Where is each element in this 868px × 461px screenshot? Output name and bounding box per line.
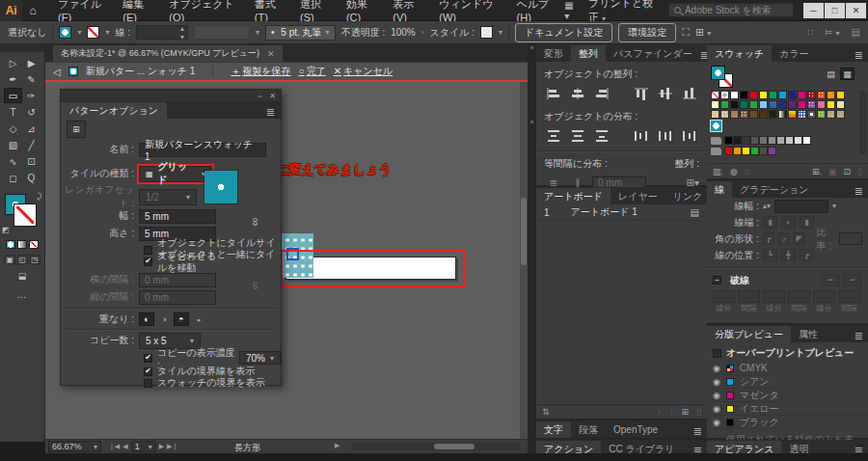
rotate-tool[interactable]: ↺	[22, 104, 41, 120]
free-transform-tool[interactable]: ⊡	[22, 153, 41, 169]
new-color-group-icon[interactable]: ⊞.	[812, 167, 822, 176]
swatch[interactable]	[794, 136, 802, 145]
swatch[interactable]	[724, 147, 733, 155]
swatch[interactable]	[720, 100, 729, 109]
artboard-number-select[interactable]: 1▾	[131, 441, 156, 452]
swatch-kinds-icon[interactable]: ◍	[730, 167, 738, 176]
dim-copies-checkbox[interactable]: ✔	[144, 354, 152, 363]
tab-線[interactable]: 線	[707, 181, 732, 198]
color-button[interactable]	[6, 240, 15, 249]
fill-color-swatch[interactable]	[59, 26, 71, 39]
pen-tool[interactable]: ✒	[4, 71, 22, 87]
bounding-box-icon[interactable]: ⛶	[682, 26, 690, 39]
paintbrush-tool[interactable]: ✑	[22, 88, 41, 103]
swatch[interactable]	[807, 91, 816, 99]
artboard-row[interactable]: 1 アートボード 1 ▤	[536, 204, 707, 221]
overlap-top-front-button[interactable]: ◓	[174, 312, 189, 326]
swatch[interactable]	[759, 147, 768, 155]
tab-グラデーション[interactable]: グラデーション	[732, 181, 816, 198]
swatch[interactable]	[778, 110, 787, 119]
swatch[interactable]	[711, 91, 719, 99]
separation-row[interactable]: ◉ブラック	[707, 416, 868, 429]
last-artboard-icon[interactable]: ▶❘	[167, 443, 177, 450]
tile-width-field[interactable]: 5 mm	[139, 209, 216, 224]
panel-menu-icon[interactable]: ≣	[854, 49, 863, 62]
swatch[interactable]	[836, 100, 845, 109]
grid-view-icon[interactable]: ▦	[840, 68, 854, 80]
none-button[interactable]	[29, 240, 39, 249]
draw-normal-icon[interactable]: ▣	[5, 255, 15, 264]
tab-変形[interactable]: 変形	[536, 45, 571, 62]
tab-リンク[interactable]: リンク	[665, 188, 711, 204]
link-dimensions-icon[interactable]: ∞	[249, 218, 262, 227]
variable-width-dropdown[interactable]	[194, 25, 250, 40]
close-tab-icon[interactable]: ✕	[267, 49, 275, 59]
distribute-h-center-icon[interactable]	[657, 128, 675, 144]
swatch[interactable]	[768, 136, 776, 145]
swatch[interactable]	[768, 147, 776, 155]
swatch[interactable]	[740, 100, 748, 109]
overlap-left-front-button[interactable]: ◐	[139, 312, 154, 326]
swatch[interactable]	[776, 136, 785, 145]
swatches-scrollbar[interactable]	[859, 91, 866, 154]
direct-selection-tool[interactable]: ▶	[22, 55, 41, 70]
swatch[interactable]	[740, 110, 748, 119]
document-setup-button[interactable]: ドキュメント設定	[515, 23, 612, 42]
horizontal-scrollbar[interactable]	[352, 443, 521, 450]
swatch[interactable]	[817, 110, 826, 119]
swatch[interactable]	[807, 110, 816, 119]
type-tool[interactable]: T	[4, 104, 22, 120]
style-swatch[interactable]	[480, 26, 493, 39]
swatch[interactable]	[740, 91, 748, 99]
swatch[interactable]	[759, 100, 768, 109]
pattern-tile-tool-button[interactable]: ⊞	[67, 121, 86, 138]
swatch[interactable]	[711, 100, 719, 109]
overlap-right-front-button[interactable]: ◑	[156, 312, 172, 326]
dashed-line-checkbox[interactable]: −	[713, 276, 721, 285]
swatch[interactable]: ✛	[720, 91, 729, 99]
distribute-v-center-icon[interactable]	[568, 128, 586, 144]
stroke-weight-field[interactable]: ▴▾	[136, 25, 188, 40]
visibility-eye-icon[interactable]: ◉	[713, 404, 720, 414]
draw-inside-icon[interactable]: ◳	[30, 255, 41, 264]
distribute-right-icon[interactable]	[681, 128, 699, 144]
swatch[interactable]	[827, 110, 835, 119]
panel-menu-icon[interactable]: ≣	[266, 106, 275, 119]
panel-toggle-icon[interactable]: ▤	[852, 27, 860, 38]
eyedropper-tool[interactable]: ╱	[22, 137, 41, 152]
swatch[interactable]	[759, 136, 768, 145]
swatch[interactable]	[778, 91, 787, 99]
isolate-icon[interactable]: ⊞ ▾	[695, 26, 711, 39]
dock-collapse-strip[interactable]: »»	[528, 44, 536, 453]
edit-toolbar-icon[interactable]: …	[0, 289, 44, 300]
workspace-switcher-icon[interactable]: ▦ ▾	[564, 0, 579, 21]
rectangle-tool[interactable]: ▭	[4, 88, 22, 103]
stroke-proxy[interactable]	[14, 204, 36, 226]
panel-menu-icon[interactable]: ≣	[693, 425, 702, 438]
distribute-left-icon[interactable]	[632, 128, 650, 144]
swatch[interactable]	[836, 110, 845, 119]
new-swatch-icon[interactable]: ⊡	[844, 167, 852, 176]
gradient-button[interactable]	[17, 240, 27, 249]
screen-mode-icon[interactable]: ⬓	[0, 271, 44, 281]
selection-tool[interactable]: ▷	[4, 55, 22, 70]
swatch[interactable]	[750, 136, 759, 145]
swatch-sync-icon[interactable]: ◌	[745, 167, 749, 176]
align-v-center-icon[interactable]	[657, 86, 675, 101]
visibility-eye-icon[interactable]: ◉	[713, 391, 720, 400]
swatch[interactable]	[759, 91, 768, 99]
status-menu-icon[interactable]: ▶	[335, 442, 339, 449]
tab-属性[interactable]: 属性	[791, 326, 826, 342]
tab-pattern-options[interactable]: パターンオプション	[61, 102, 167, 119]
tab-アートボード[interactable]: アートボード	[536, 188, 610, 204]
show-swatch-bounds-checkbox[interactable]	[144, 379, 152, 388]
panel-menu-icon[interactable]: ≣	[854, 330, 863, 342]
swatch[interactable]	[724, 136, 733, 145]
cancel-link[interactable]: ✕キャンセル	[334, 65, 393, 78]
swatch[interactable]	[733, 136, 742, 145]
swatch[interactable]	[817, 91, 826, 99]
swatch[interactable]	[817, 100, 826, 109]
swatch[interactable]	[827, 100, 835, 109]
visibility-eye-icon[interactable]: ◉	[713, 364, 720, 373]
distribute-top-icon[interactable]	[544, 128, 562, 144]
